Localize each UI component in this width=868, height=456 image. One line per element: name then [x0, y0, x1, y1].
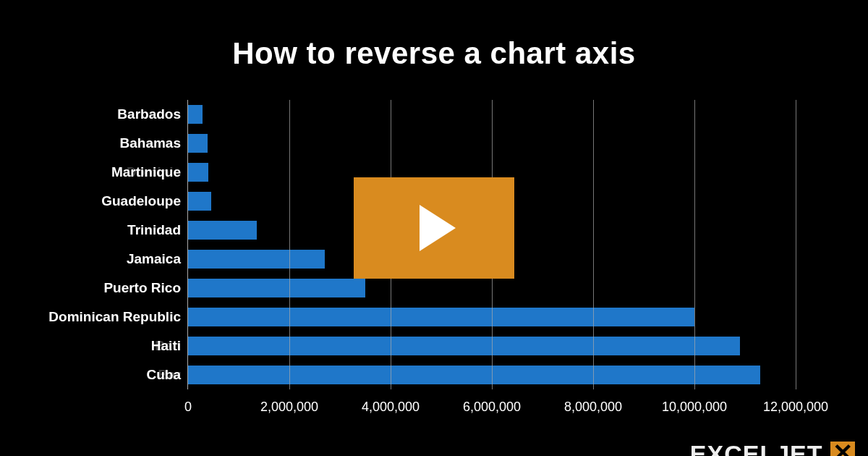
category-label: Trinidad	[0, 221, 188, 240]
category-label: Cuba	[0, 366, 188, 384]
x-tick-label: 8,000,000	[564, 400, 622, 415]
bar	[188, 134, 208, 153]
category-label: Haiti	[0, 337, 188, 355]
brand-accent-icon: ✕	[830, 442, 855, 456]
x-axis-ticks: 02,000,0004,000,0006,000,0008,000,00010,…	[188, 397, 796, 418]
category-label: Bahamas	[0, 134, 188, 153]
video-thumbnail: How to reverse a chart axis BarbadosBaha…	[0, 0, 868, 456]
category-label: Guadeloupe	[0, 192, 188, 211]
category-label: Jamaica	[0, 250, 188, 269]
bar	[188, 279, 365, 297]
brand-text: EXCELJET	[690, 442, 823, 456]
gridline	[289, 100, 290, 389]
play-button[interactable]	[354, 177, 514, 279]
x-tick-label: 10,000,000	[662, 400, 727, 415]
gridline	[694, 100, 695, 389]
bar	[188, 308, 694, 326]
brand-watermark: EXCELJET ✕	[690, 442, 855, 456]
category-label: Puerto Rico	[0, 279, 188, 297]
category-label: Barbados	[0, 105, 188, 124]
bar	[188, 250, 325, 269]
bar	[188, 192, 211, 211]
x-tick-label: 0	[184, 400, 192, 415]
category-label: Dominican Republic	[0, 308, 188, 326]
bar	[188, 105, 203, 124]
x-tick-label: 6,000,000	[463, 400, 521, 415]
gridline	[593, 100, 594, 389]
category-label: Martinique	[0, 163, 188, 182]
chart-title: How to reverse a chart axis	[0, 0, 868, 93]
gridline	[796, 100, 796, 389]
play-icon	[420, 205, 456, 251]
x-tick-label: 2,000,000	[260, 400, 318, 415]
bar	[188, 163, 208, 182]
x-tick-label: 12,000,000	[763, 400, 828, 415]
bar	[188, 221, 257, 240]
bar	[188, 337, 740, 355]
bar	[188, 366, 760, 384]
x-tick-label: 4,000,000	[362, 400, 420, 415]
